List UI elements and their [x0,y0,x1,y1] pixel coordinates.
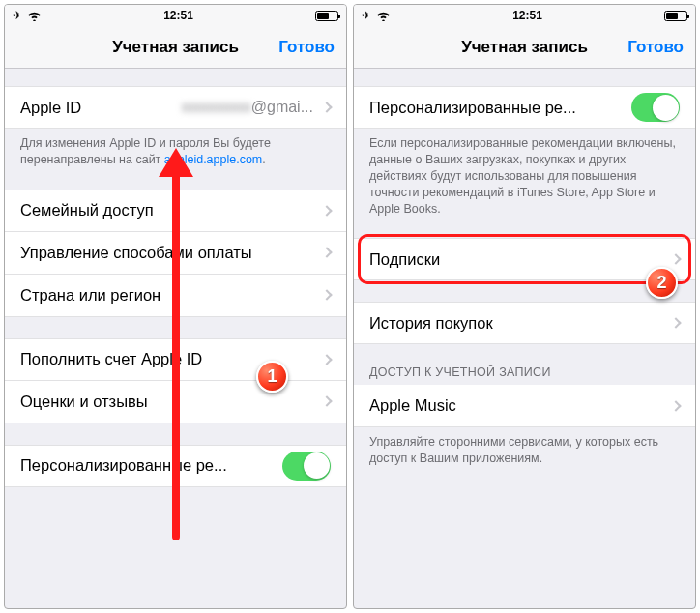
annotation-badge-1: 1 [256,361,288,393]
airplane-icon: ✈ [362,9,371,22]
status-time: 12:51 [512,9,542,22]
annotation-badge-2: 2 [646,267,678,299]
personalized-footer: Если персонализированные рекомендации вк… [354,129,695,217]
subscriptions-section: Подписки 2 [354,238,695,280]
apple-id-row[interactable]: Apple ID xxxxxxxxx@gmai... [5,86,346,129]
chevron-icon [321,354,332,365]
done-button[interactable]: Готово [278,38,335,57]
subscriptions-row[interactable]: Подписки [354,238,695,280]
account-access-section: ДОСТУП К УЧЕТНОЙ ЗАПИСИ Apple Music Упра… [354,365,695,467]
battery-icon [664,11,687,21]
annotation-arrow [172,173,180,540]
personalized-section: Персонализированные ре... Если персонали… [354,86,695,217]
done-button[interactable]: Готово [627,38,684,57]
chevron-icon [670,254,681,265]
chevron-icon [670,400,681,411]
chevron-icon [321,396,332,407]
content: Персонализированные ре... Если персонали… [354,69,695,608]
account-access-header: ДОСТУП К УЧЕТНОЙ ЗАПИСИ [354,365,695,385]
airplane-icon: ✈ [13,9,22,22]
apple-id-value: xxxxxxxxx@gmai... [182,99,331,116]
wifi-icon [376,11,391,21]
account-access-footer: Управляйте сторонними сервисами, у котор… [354,427,695,467]
status-bar: ✈ 12:51 [5,5,346,26]
toggle-on[interactable] [282,452,331,481]
chevron-icon [321,102,332,112]
nav-bar: Учетная запись Готово [5,26,346,69]
purchase-history-row[interactable]: История покупок [354,302,695,344]
wifi-icon [27,11,42,21]
apple-id-label: Apple ID [20,99,174,117]
nav-title: Учетная запись [112,38,239,57]
chevron-icon [321,205,332,216]
apple-music-row[interactable]: Apple Music [354,385,695,427]
personalized-row[interactable]: Персонализированные ре... [354,86,695,129]
nav-bar: Учетная запись Готово [354,26,695,69]
left-screen: ✈ 12:51 Учетная запись Готово Apple ID x… [4,4,347,609]
status-time: 12:51 [163,9,193,22]
status-bar: ✈ 12:51 [354,5,695,26]
nav-title: Учетная запись [461,38,588,57]
battery-icon [315,11,338,21]
chevron-icon [321,290,332,301]
purchase-history-section: История покупок [354,302,695,344]
chevron-icon [321,248,332,258]
toggle-on[interactable] [631,93,680,122]
right-screen: ✈ 12:51 Учетная запись Готово Персонализ… [353,4,696,609]
chevron-icon [670,318,681,329]
